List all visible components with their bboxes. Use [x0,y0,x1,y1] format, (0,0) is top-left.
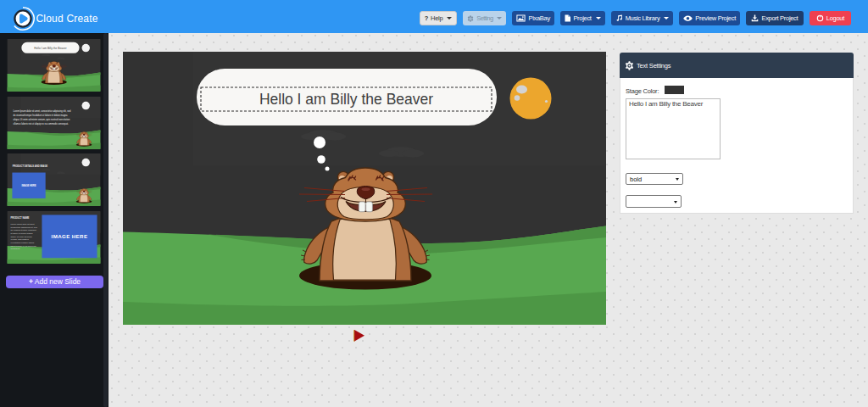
svg-text:nisi ut aliquip ex ea commodo: nisi ut aliquip ex ea commodo [10,244,36,246]
svg-text:ut labore et dolore magna: ut labore et dolore magna [10,232,33,234]
svg-text:do eiusmod tempor Incididunt: do eiusmod tempor Incididunt [10,229,36,231]
svg-text:Hello I am Billy the Beaver: Hello I am Billy the Beaver [259,91,433,108]
svg-text:Hello I am Billy the Beaver: Hello I am Billy the Beaver [34,47,67,50]
svg-text:consequat.: consequat. [10,248,20,249]
svg-text:aliqua. Ut enim ad minim: aliqua. Ut enim ad minim [10,235,31,237]
svg-text:IMAGE HERE: IMAGE HERE [52,232,88,238]
svg-text:exercitation ullamco laboris: exercitation ullamco laboris [10,242,35,243]
